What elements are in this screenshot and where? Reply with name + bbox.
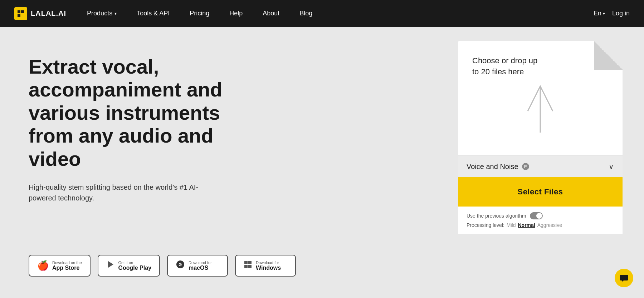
- googleplay-icon: [106, 260, 115, 271]
- voice-noise-dropdown[interactable]: Voice and Noise P ∨: [458, 155, 623, 177]
- processing-mild[interactable]: Mild: [507, 222, 516, 228]
- processing-label: Processing level:: [467, 222, 504, 228]
- chevron-down-icon: ∨: [609, 162, 614, 171]
- nav-item-blog[interactable]: Blog: [289, 0, 322, 27]
- svg-rect-7: [248, 261, 252, 264]
- windows-icon: [244, 260, 252, 271]
- logo[interactable]: LALAL.AI: [14, 7, 66, 20]
- svg-rect-9: [248, 265, 252, 268]
- upload-card: Choose or drop up to 20 files here Voice…: [458, 41, 623, 234]
- svg-rect-6: [244, 261, 248, 264]
- select-files-button[interactable]: Select Files: [458, 177, 623, 207]
- login-link[interactable]: Log in: [612, 10, 630, 17]
- prev-algo-toggle[interactable]: [530, 212, 543, 219]
- voice-noise-label: Voice and Noise: [467, 163, 518, 171]
- hero-subtitle: High-quality stem splitting based on the…: [29, 182, 215, 203]
- googleplay-button[interactable]: Get it on Google Play: [98, 255, 160, 277]
- hero-title: Extract vocal, accompaniment and various…: [29, 55, 250, 170]
- macos-button[interactable]: ⚙ Download for macOS: [167, 255, 228, 277]
- processing-aggressive[interactable]: Aggressive: [537, 222, 562, 228]
- main-content: Extract vocal, accompaniment and various…: [0, 27, 644, 298]
- hero-text: Extract vocal, accompaniment and various…: [29, 55, 422, 203]
- nav-item-products[interactable]: Products ▾: [77, 0, 127, 27]
- upload-footer: Use the previous algorithm Processing le…: [458, 207, 623, 234]
- svg-rect-8: [244, 265, 248, 268]
- nav-right: En ▾ Log in: [594, 10, 630, 17]
- appstore-button[interactable]: 🍎 Download on the App Store: [29, 255, 91, 277]
- chat-bubble[interactable]: [615, 269, 633, 287]
- nav-item-tools[interactable]: Tools & API: [127, 0, 180, 27]
- apple-icon: 🍎: [37, 260, 49, 271]
- pro-badge: P: [522, 163, 529, 170]
- svg-marker-3: [108, 261, 113, 268]
- prev-algo-label: Use the previous algorithm: [467, 213, 526, 219]
- language-selector[interactable]: En ▾: [594, 10, 605, 17]
- nav-links: Products ▾ Tools & API Pricing Help Abou…: [77, 0, 594, 27]
- svg-rect-0: [18, 10, 20, 13]
- svg-rect-1: [21, 10, 24, 13]
- upload-section: Choose or drop up to 20 files here Voice…: [444, 27, 644, 298]
- prev-algo-row: Use the previous algorithm: [467, 212, 614, 219]
- upload-arrow: [472, 78, 608, 145]
- drop-text: Choose or drop up to 20 files here: [472, 55, 544, 78]
- processing-normal[interactable]: Normal: [518, 222, 535, 228]
- macos-icon: ⚙: [176, 260, 185, 272]
- processing-level-row: Processing level: Mild Normal Aggressive: [467, 222, 614, 228]
- nav-item-pricing[interactable]: Pricing: [180, 0, 219, 27]
- svg-text:⚙: ⚙: [178, 262, 182, 267]
- hero-section: Extract vocal, accompaniment and various…: [0, 27, 444, 298]
- navigation: LALAL.AI Products ▾ Tools & API Pricing …: [0, 0, 644, 27]
- svg-rect-2: [18, 14, 20, 17]
- download-section: 🍎 Download on the App Store Get it on Go…: [29, 255, 422, 277]
- nav-item-about[interactable]: About: [253, 0, 289, 27]
- logo-text: LALAL.AI: [31, 9, 66, 18]
- nav-item-help[interactable]: Help: [219, 0, 253, 27]
- logo-icon: [14, 7, 27, 20]
- drop-area[interactable]: Choose or drop up to 20 files here: [458, 41, 623, 155]
- windows-button[interactable]: Download for Windows: [235, 255, 296, 277]
